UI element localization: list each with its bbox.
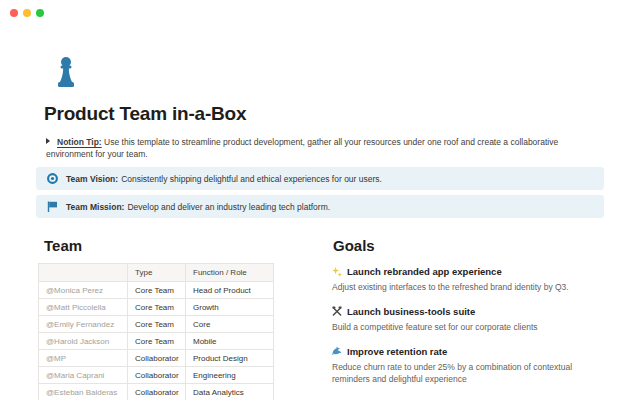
- member-name-cell[interactable]: @Esteban Balderas: [39, 384, 128, 400]
- table-row: @Matt Piccolella Core Team Growth: [39, 299, 274, 316]
- role-cell[interactable]: Mobile: [186, 333, 274, 350]
- team-vision-text: Consistently shipping delightful and eth…: [121, 174, 382, 184]
- role-cell[interactable]: Core: [186, 316, 274, 333]
- team-section: Team Type Function / Role @Monica Perez …: [36, 237, 332, 400]
- table-row: @Emily Fernandez Core Team Core: [39, 316, 274, 333]
- team-vision-label: Team Vision:: [66, 174, 118, 184]
- goal-description: Reduce churn rate to under 25% by a comb…: [332, 361, 604, 387]
- role-column-header[interactable]: Function / Role: [186, 264, 274, 282]
- goal-item[interactable]: Improve retention rate Reduce churn rate…: [332, 346, 604, 387]
- team-table: Type Function / Role @Monica Perez Core …: [38, 263, 274, 400]
- notion-tip-text: Use this template to streamline product …: [46, 137, 558, 159]
- type-cell[interactable]: Core Team: [128, 282, 186, 299]
- team-heading: Team: [44, 237, 332, 254]
- goal-item[interactable]: Launch rebranded app experience Adjust e…: [332, 266, 604, 294]
- type-column-header[interactable]: Type: [128, 264, 186, 282]
- target-icon: [47, 173, 58, 184]
- team-vision-callout[interactable]: Team Vision: Consistently shipping delig…: [36, 167, 604, 190]
- notion-tip-label: Notion Tip:: [57, 137, 102, 147]
- member-name-cell[interactable]: @MP: [39, 350, 128, 367]
- type-cell[interactable]: Core Team: [128, 316, 186, 333]
- table-row: @Maria Caprani Collaborator Engineering: [39, 367, 274, 384]
- flag-icon: [47, 201, 58, 212]
- pawn-icon[interactable]: [55, 56, 77, 90]
- window-controls: [10, 9, 44, 17]
- member-name-cell[interactable]: @Maria Caprani: [39, 367, 128, 384]
- type-cell[interactable]: Collaborator: [128, 350, 186, 367]
- close-window-button[interactable]: [10, 9, 18, 17]
- goal-description: Adjust existing interfaces to the refres…: [332, 281, 604, 294]
- type-cell[interactable]: Core Team: [128, 299, 186, 316]
- table-row: @Harold Jackson Core Team Mobile: [39, 333, 274, 350]
- table-header-row: Type Function / Role: [39, 264, 274, 282]
- notion-tip: Notion Tip: Use this template to streaml…: [46, 136, 598, 161]
- sparkles-icon: [332, 267, 342, 277]
- type-cell[interactable]: Core Team: [128, 333, 186, 350]
- goal-title: Launch business-tools suite: [347, 306, 475, 317]
- role-cell[interactable]: Data Analytics: [186, 384, 274, 400]
- role-cell[interactable]: Growth: [186, 299, 274, 316]
- toggle-triangle-icon[interactable]: [46, 138, 50, 144]
- team-mission-callout[interactable]: Team Mission: Develop and deliver an ind…: [36, 195, 604, 218]
- content-columns: Team Type Function / Role @Monica Perez …: [36, 237, 604, 400]
- role-cell[interactable]: Head of Product: [186, 282, 274, 299]
- tools-icon: [332, 306, 342, 316]
- member-name-cell[interactable]: @Matt Piccolella: [39, 299, 128, 316]
- goals-heading: Goals: [333, 237, 604, 254]
- page-title: Product Team in-a-Box: [44, 103, 246, 125]
- role-cell[interactable]: Product Design: [186, 350, 274, 367]
- zoom-window-button[interactable]: [36, 9, 44, 17]
- team-mission-label: Team Mission:: [66, 202, 124, 212]
- minimize-window-button[interactable]: [23, 9, 31, 17]
- goal-title: Launch rebranded app experience: [347, 266, 502, 277]
- goal-description: Build a competitive feature set for our …: [332, 321, 604, 334]
- member-name-cell[interactable]: @Harold Jackson: [39, 333, 128, 350]
- goals-section: Goals Launch rebranded app experience Ad…: [332, 237, 604, 400]
- goal-item[interactable]: Launch business-tools suite Build a comp…: [332, 306, 604, 334]
- table-row: @Monica Perez Core Team Head of Product: [39, 282, 274, 299]
- dolphin-icon: [332, 346, 342, 356]
- type-cell[interactable]: Collaborator: [128, 367, 186, 384]
- table-row: @Esteban Balderas Collaborator Data Anal…: [39, 384, 274, 400]
- goal-title: Improve retention rate: [347, 346, 447, 357]
- type-cell[interactable]: Collaborator: [128, 384, 186, 400]
- member-column-header[interactable]: [39, 264, 128, 282]
- member-name-cell[interactable]: @Monica Perez: [39, 282, 128, 299]
- role-cell[interactable]: Engineering: [186, 367, 274, 384]
- team-mission-text: Develop and deliver an industry leading …: [127, 202, 330, 212]
- table-row: @MP Collaborator Product Design: [39, 350, 274, 367]
- member-name-cell[interactable]: @Emily Fernandez: [39, 316, 128, 333]
